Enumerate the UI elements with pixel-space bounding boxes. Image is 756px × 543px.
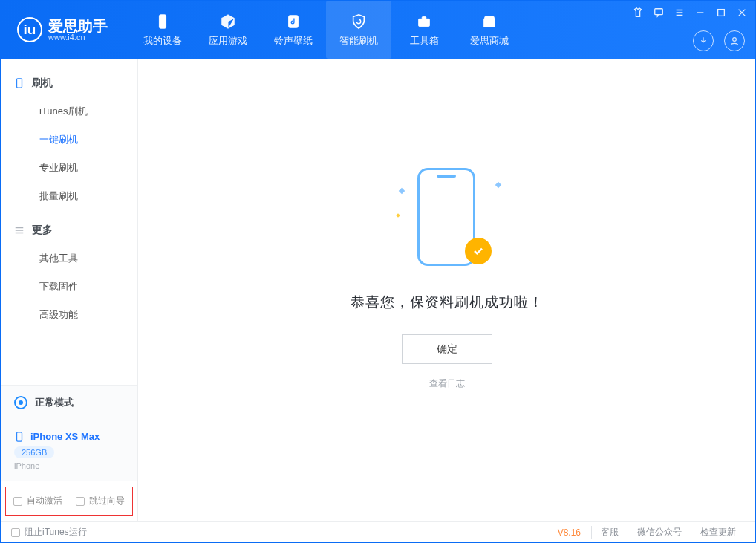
phone-icon <box>153 12 172 31</box>
device-name: iPhone XS Max <box>30 431 100 442</box>
checkbox-block-itunes[interactable]: 阻止iTunes运行 <box>11 526 87 539</box>
music-card-icon <box>284 12 303 31</box>
sidebar-header-flash: 刷机 <box>1 69 137 97</box>
checkbox-label: 自动激活 <box>27 495 62 507</box>
briefcase-icon <box>414 12 434 31</box>
checkbox-auto-activate[interactable]: 自动激活 <box>13 495 62 507</box>
footer-link-support[interactable]: 客服 <box>591 526 628 539</box>
footer-link-check-update[interactable]: 检查更新 <box>691 526 745 539</box>
app-body: 刷机 iTunes刷机 一键刷机 专业刷机 批量刷机 更多 其他工具 下载固件 … <box>1 59 755 521</box>
checkbox-label: 阻止iTunes运行 <box>25 526 87 539</box>
svg-rect-7 <box>17 79 22 88</box>
footer-link-wechat[interactable]: 微信公众号 <box>628 526 691 539</box>
sidebar-item-download-firmware[interactable]: 下载固件 <box>1 273 137 301</box>
device-info[interactable]: iPhone XS Max 256GB iPhone <box>1 420 137 481</box>
cube-icon <box>218 12 238 31</box>
close-button[interactable] <box>736 7 748 19</box>
sidebar-header-label: 刷机 <box>32 77 53 90</box>
nav-label: 工具箱 <box>410 34 439 48</box>
device-type: iPhone <box>14 461 124 470</box>
nav-apps-games[interactable]: 应用游戏 <box>195 1 261 59</box>
check-badge-icon <box>465 238 492 264</box>
store-icon <box>480 12 499 31</box>
ok-button[interactable]: 确定 <box>402 334 492 364</box>
svg-rect-5 <box>655 9 663 15</box>
minimize-button[interactable] <box>694 7 706 19</box>
device-mode[interactable]: 正常模式 <box>1 385 137 420</box>
nav-label: 智能刷机 <box>339 34 378 48</box>
svg-rect-2 <box>419 19 430 26</box>
app-logo: iu 爱思助手 www.i4.cn <box>17 17 108 42</box>
nav-smart-flash[interactable]: 智能刷机 <box>326 1 391 59</box>
success-message: 恭喜您，保资料刷机成功啦！ <box>351 293 544 312</box>
sidebar-item-other-tools[interactable]: 其他工具 <box>1 244 137 273</box>
logo-icon: iu <box>17 17 42 42</box>
menu-icon[interactable] <box>674 7 685 19</box>
version-label: V8.16 <box>558 527 581 538</box>
svg-point-4 <box>733 38 737 42</box>
nav-toolbox[interactable]: 工具箱 <box>391 1 457 59</box>
maximize-button[interactable] <box>715 7 727 19</box>
app-name: 爱思助手 <box>48 19 108 33</box>
sidebar-header-more: 更多 <box>1 216 137 244</box>
sidebar-item-batch-flash[interactable]: 批量刷机 <box>1 182 137 210</box>
nav-store[interactable]: 爱思商城 <box>457 1 522 59</box>
nav-label: 爱思商城 <box>470 34 509 48</box>
checkbox-skip-wizard[interactable]: 跳过向导 <box>76 495 125 507</box>
svg-rect-0 <box>159 15 166 28</box>
nav-label: 铃声壁纸 <box>274 34 313 48</box>
window-controls <box>632 7 748 19</box>
sidebar-item-advanced[interactable]: 高级功能 <box>1 301 137 329</box>
user-button[interactable] <box>724 30 745 51</box>
feedback-icon[interactable] <box>653 7 665 19</box>
phone-small-icon <box>14 432 25 442</box>
nav-ringtone-wallpaper[interactable]: 铃声壁纸 <box>261 1 326 59</box>
sidebar-item-pro-flash[interactable]: 专业刷机 <box>1 154 137 182</box>
svg-rect-8 <box>17 432 22 440</box>
app-header: iu 爱思助手 www.i4.cn 我的设备 应用游戏 铃声壁纸 智能刷机 工具… <box>1 1 755 59</box>
options-highlighted-box: 自动激活 跳过向导 <box>5 487 133 516</box>
svg-rect-1 <box>289 16 299 28</box>
sidebar-header-label: 更多 <box>32 224 53 237</box>
svg-rect-3 <box>422 17 426 19</box>
device-icon <box>14 78 25 88</box>
top-nav: 我的设备 应用游戏 铃声壁纸 智能刷机 工具箱 爱思商城 <box>130 1 522 59</box>
shirt-icon[interactable] <box>632 7 644 19</box>
status-bar: 阻止iTunes运行 V8.16 客服 微信公众号 检查更新 <box>1 521 755 542</box>
sidebar-item-itunes-flash[interactable]: iTunes刷机 <box>1 97 137 126</box>
mode-icon <box>14 396 27 409</box>
list-icon <box>14 225 25 235</box>
shield-refresh-icon <box>349 12 368 31</box>
svg-rect-6 <box>718 10 725 16</box>
checkbox-label: 跳过向导 <box>89 495 125 507</box>
app-domain: www.i4.cn <box>48 33 108 42</box>
nav-label: 我的设备 <box>143 34 182 48</box>
download-button[interactable] <box>693 30 714 51</box>
header-actions <box>693 30 745 51</box>
nav-my-device[interactable]: 我的设备 <box>130 1 195 59</box>
nav-label: 应用游戏 <box>209 34 247 48</box>
sidebar-item-onekey-flash[interactable]: 一键刷机 <box>1 126 137 154</box>
success-illustration <box>395 160 499 272</box>
sidebar: 刷机 iTunes刷机 一键刷机 专业刷机 批量刷机 更多 其他工具 下载固件 … <box>1 59 138 521</box>
mode-label: 正常模式 <box>35 396 74 409</box>
device-storage-badge: 256GB <box>14 446 54 458</box>
view-log-link[interactable]: 查看日志 <box>429 377 465 390</box>
main-content: 恭喜您，保资料刷机成功啦！ 确定 查看日志 <box>138 59 755 521</box>
